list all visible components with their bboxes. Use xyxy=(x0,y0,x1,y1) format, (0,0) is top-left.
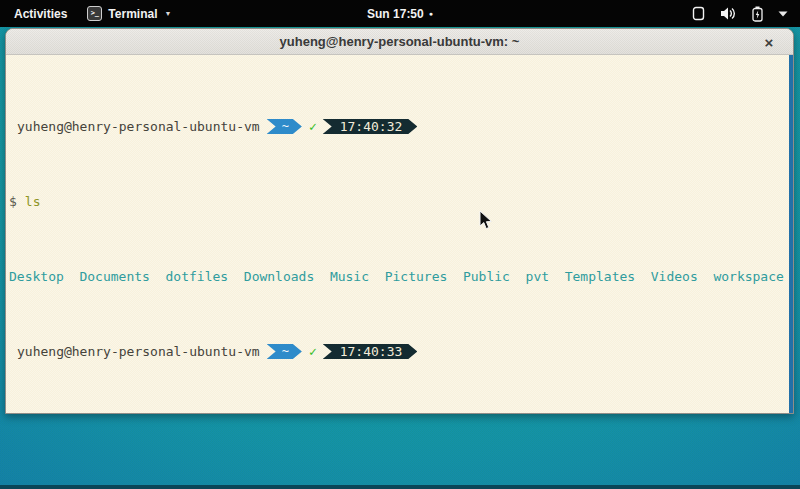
volume-icon xyxy=(720,6,737,21)
clock-label: Sun 17:50 xyxy=(367,7,424,21)
prompt-dollar: $ xyxy=(9,194,17,209)
clock-button[interactable]: Sun 17:50 ● xyxy=(0,7,800,21)
prompt-line-2: yuheng@henry-personal-ubuntu-vm ~ ✓ 17:4… xyxy=(9,344,793,359)
prompt-user-host: yuheng@henry-personal-ubuntu-vm xyxy=(17,119,260,134)
battery-charging-icon xyxy=(752,6,763,22)
ls-output-line: Desktop Documents dotfiles Downloads Mus… xyxy=(9,269,793,284)
close-icon[interactable]: × xyxy=(759,29,779,55)
terminal-content[interactable]: yuheng@henry-personal-ubuntu-vm ~ ✓ 17:4… xyxy=(6,55,793,414)
prompt-path-segment: ~ xyxy=(267,344,302,359)
top-bar: Activities >_ Terminal ▼ Sun 17:50 ● xyxy=(0,0,800,27)
prompt-time-segment: 17:40:33 xyxy=(323,344,418,359)
chevron-down-icon xyxy=(778,11,788,17)
command-text: ls xyxy=(25,194,41,209)
desktop-bottom-edge xyxy=(0,485,800,489)
prompt-path-segment: ~ xyxy=(267,119,302,134)
check-icon: ✓ xyxy=(309,344,317,359)
directory-list: Desktop Documents dotfiles Downloads Mus… xyxy=(9,269,784,284)
terminal-scrollbar[interactable] xyxy=(789,55,793,414)
prompt-line-1: yuheng@henry-personal-ubuntu-vm ~ ✓ 17:4… xyxy=(9,119,793,134)
system-status-area[interactable] xyxy=(692,6,800,22)
window-titlebar[interactable]: yuheng@henry-personal-ubuntu-vm: ~ × xyxy=(6,29,793,55)
prompt-user-host: yuheng@henry-personal-ubuntu-vm xyxy=(17,344,260,359)
notification-dot-icon: ● xyxy=(429,10,433,17)
prompt-time-segment: 17:40:32 xyxy=(323,119,418,134)
check-icon: ✓ xyxy=(309,119,317,134)
command-line: $ ls xyxy=(9,194,793,209)
terminal-window: yuheng@henry-personal-ubuntu-vm: ~ × yuh… xyxy=(5,28,794,414)
display-icon xyxy=(692,6,705,21)
window-title: yuheng@henry-personal-ubuntu-vm: ~ xyxy=(280,34,520,49)
